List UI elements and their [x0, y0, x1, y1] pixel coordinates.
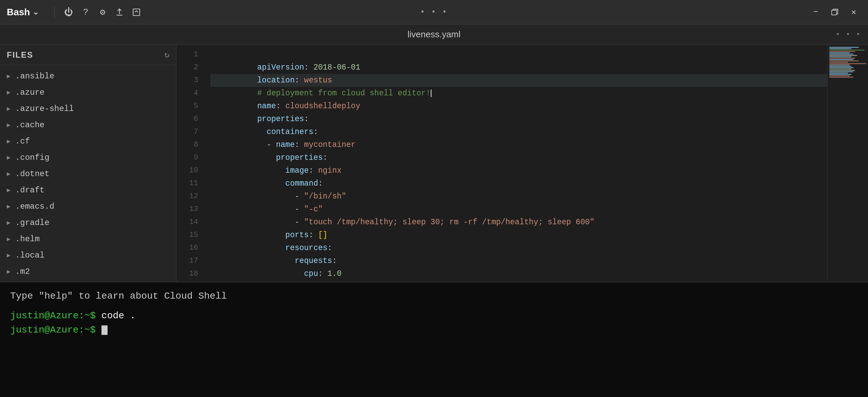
editor-menu-dots[interactable]: • • •	[836, 31, 861, 38]
file-item-helm[interactable]: ▶ .helm	[0, 231, 176, 247]
editor-pane[interactable]: 1 2 3 4 5 6 7 8 9 10 11 12 13 14 15 16 1…	[176, 45, 868, 282]
terminal-prompt-2: justin@Azure:~$	[10, 325, 101, 335]
chevron-right-icon: ▶	[7, 203, 11, 210]
chevron-right-icon: ▶	[7, 235, 11, 243]
line-num-8: 8	[176, 138, 204, 151]
bash-chevron: ⌄	[33, 8, 39, 17]
bash-selector[interactable]: Bash ⌄	[7, 7, 39, 18]
restore-button[interactable]	[827, 5, 842, 20]
file-item-cf[interactable]: ▶ .cf	[0, 133, 176, 149]
chevron-right-icon: ▶	[7, 251, 11, 259]
main-area: FILES ↻ ▶ .ansible ▶ .azure ▶ .azure-she…	[0, 45, 868, 282]
minimize-button[interactable]: −	[808, 5, 823, 20]
file-item-local[interactable]: ▶ .local	[0, 247, 176, 263]
share-button[interactable]	[129, 5, 144, 19]
file-name: .azure-shell	[15, 104, 74, 113]
files-label: FILES	[7, 50, 33, 60]
file-item-dotnet[interactable]: ▶ .dotnet	[0, 166, 176, 182]
window-controls: − ✕	[808, 5, 861, 20]
minimap-line	[829, 55, 857, 56]
file-item-m2[interactable]: ▶ .m2	[0, 263, 176, 280]
line-num-18: 18	[176, 267, 204, 280]
code-line-1: apiVersion: 2018-06-01	[210, 48, 827, 61]
file-name: .cache	[15, 120, 44, 130]
minimap-line	[829, 47, 859, 48]
line-num-11: 11	[176, 177, 204, 190]
line-num-6: 6	[176, 113, 204, 126]
terminal-cursor	[101, 325, 108, 335]
sidebar-header: FILES ↻	[0, 45, 176, 65]
chevron-right-icon: ▶	[7, 89, 11, 96]
minimap-line	[829, 64, 850, 65]
chevron-right-icon: ▶	[7, 219, 11, 226]
line-num-5: 5	[176, 100, 204, 113]
file-name: .draft	[15, 186, 44, 195]
line-num-4: 4	[176, 87, 204, 100]
upload-button[interactable]	[112, 5, 127, 19]
line-num-1: 1	[176, 48, 204, 61]
minimap-line	[829, 71, 853, 72]
file-item-gradle[interactable]: ▶ .gradle	[0, 214, 176, 231]
file-name: .ansible	[15, 72, 54, 81]
power-button[interactable]: ⏻	[61, 5, 76, 19]
editor-titlebar: liveness.yaml • • •	[0, 24, 868, 45]
file-name: .cf	[15, 137, 30, 146]
minimap-line	[829, 74, 851, 75]
file-name: .local	[15, 251, 44, 260]
close-button[interactable]: ✕	[846, 5, 861, 20]
minimap-content	[828, 45, 868, 80]
minimap-line	[829, 60, 859, 61]
line-num-3: 3	[176, 74, 204, 87]
file-name: .config	[15, 153, 50, 162]
line-numbers: 1 2 3 4 5 6 7 8 9 10 11 12 13 14 15 16 1…	[176, 45, 204, 282]
bash-label: Bash	[7, 7, 30, 18]
minimap-line	[829, 58, 855, 59]
chevron-right-icon: ▶	[7, 268, 11, 275]
file-item-cache[interactable]: ▶ .cache	[0, 117, 176, 133]
svg-rect-2	[133, 9, 140, 16]
terminal-info-line: Type "help" to learn about Cloud Shell	[10, 289, 858, 303]
minimap-line	[829, 50, 865, 51]
terminal-info-text: Type "help" to learn about Cloud Shell	[10, 291, 227, 301]
refresh-icon[interactable]: ↻	[165, 50, 169, 60]
line-num-7: 7	[176, 126, 204, 138]
file-item-draft[interactable]: ▶ .draft	[0, 182, 176, 198]
file-item-azure-shell[interactable]: ▶ .azure-shell	[0, 100, 176, 117]
settings-button[interactable]: ⚙	[95, 5, 110, 19]
minimap	[827, 45, 868, 282]
svg-rect-3	[832, 10, 836, 15]
line-num-12: 12	[176, 190, 204, 203]
help-button[interactable]: ?	[78, 5, 93, 19]
file-name: .gradle	[15, 218, 50, 227]
file-item-emacs[interactable]: ▶ .emacs.d	[0, 198, 176, 214]
toolbar-menu-dots: • • •	[420, 8, 448, 16]
minimap-line	[829, 67, 853, 68]
code-area[interactable]: apiVersion: 2018-06-01 location: westus …	[204, 45, 827, 282]
minimap-line	[829, 56, 851, 57]
chevron-right-icon: ▶	[7, 137, 11, 145]
file-item-ansible[interactable]: ▶ .ansible	[0, 68, 176, 84]
file-name: .m2	[15, 267, 30, 276]
file-name: .dotnet	[15, 169, 50, 178]
line-num-15: 15	[176, 229, 204, 242]
minimap-line	[829, 62, 848, 63]
minimap-line	[829, 73, 848, 74]
minimap-line	[829, 66, 851, 67]
line-num-17: 17	[176, 254, 204, 267]
file-name: .helm	[15, 234, 40, 244]
minimap-line	[829, 48, 851, 49]
chevron-right-icon: ▶	[7, 105, 11, 112]
minimap-line	[829, 51, 855, 52]
file-item-azure[interactable]: ▶ .azure	[0, 84, 176, 100]
editor-content: 1 2 3 4 5 6 7 8 9 10 11 12 13 14 15 16 1…	[176, 45, 868, 282]
file-list: ▶ .ansible ▶ .azure ▶ .azure-shell ▶ .ca…	[0, 65, 176, 282]
file-name: .azure	[15, 88, 44, 97]
line-num-16: 16	[176, 242, 204, 254]
minimap-line	[829, 52, 850, 53]
minimap-line	[829, 63, 866, 64]
terminal-prompt-line-2: justin@Azure:~$	[10, 323, 858, 337]
file-item-config[interactable]: ▶ .config	[0, 149, 176, 166]
terminal[interactable]: Type "help" to learn about Cloud Shell j…	[0, 282, 868, 397]
line-num-14: 14	[176, 216, 204, 229]
chevron-right-icon: ▶	[7, 170, 11, 177]
